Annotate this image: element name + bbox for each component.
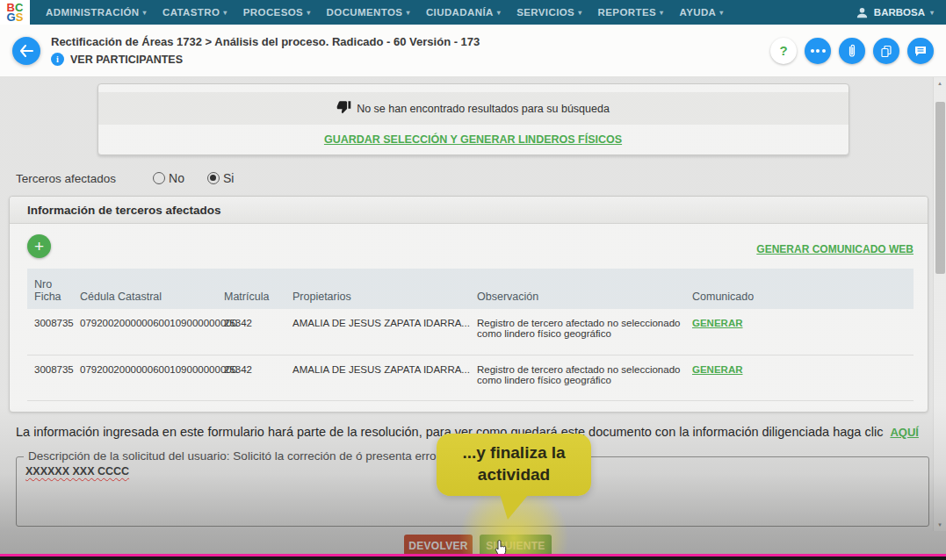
main-content: No se han encontrado resultados para su … bbox=[0, 77, 946, 560]
generar-comunicado-web-link[interactable]: GENERAR COMUNICADO WEB bbox=[756, 243, 914, 255]
more-options-button[interactable] bbox=[805, 38, 831, 64]
cell-observacion: Registro de tercero afectado no seleccio… bbox=[475, 355, 690, 400]
terceros-afectados-label: Terceros afectados bbox=[16, 172, 116, 185]
thumbs-down-icon bbox=[336, 99, 351, 114]
question-mark-icon: ? bbox=[779, 43, 787, 58]
help-button[interactable]: ? bbox=[770, 38, 797, 64]
cell-propietarios: AMALIA DE JESUS ZAPATA IDARRA... bbox=[291, 355, 475, 400]
radio-no[interactable]: No bbox=[153, 171, 184, 185]
comments-button[interactable] bbox=[907, 38, 934, 64]
radio-si[interactable]: Si bbox=[207, 171, 234, 185]
attachments-button[interactable] bbox=[839, 38, 865, 64]
table-header-row: Nro Ficha Cédula Catastral Matrícula Pro… bbox=[27, 269, 914, 309]
caret-down-icon: ▾ bbox=[719, 9, 723, 17]
scroll-down-arrow-icon[interactable]: ▾ bbox=[934, 519, 946, 531]
cell-observacion: Registro de tercero afectado no seleccio… bbox=[475, 309, 690, 355]
caret-down-icon: ▾ bbox=[578, 9, 581, 17]
caret-down-icon: ▾ bbox=[660, 9, 663, 17]
col-header-propietarios: Propietarios bbox=[291, 269, 475, 309]
nav-item-reportes[interactable]: REPORTES▾ bbox=[598, 7, 664, 18]
nav-item-procesos[interactable]: PROCESOS▾ bbox=[243, 7, 311, 18]
cell-matricula: 25342 bbox=[222, 309, 291, 355]
tutorial-tooltip: ...y finaliza la actividad bbox=[437, 434, 591, 496]
arrow-left-icon bbox=[19, 45, 33, 57]
plus-icon: + bbox=[34, 237, 44, 255]
caret-down-icon: ▾ bbox=[143, 9, 147, 17]
radio-circle-icon bbox=[153, 172, 165, 184]
caret-down-icon: ▾ bbox=[223, 9, 227, 17]
caret-down-icon: ▾ bbox=[406, 9, 409, 17]
ver-participantes-link[interactable]: VER PARTICIPANTES bbox=[70, 54, 183, 66]
paperclip-icon bbox=[845, 44, 859, 58]
logo-text: GS bbox=[7, 12, 24, 22]
vertical-scrollbar[interactable]: ▴ ▾ bbox=[933, 77, 946, 531]
guardar-seleccion-link[interactable]: GUARDAR SELECCIÓN Y GENERAR LINDEROS FÍS… bbox=[324, 133, 622, 146]
cell-matricula: 25342 bbox=[222, 355, 291, 400]
breadcrumb: Rectificación de Áreas 1732 > Análisis d… bbox=[51, 35, 480, 48]
nav-item-catastro[interactable]: CATASTRO▾ bbox=[162, 7, 227, 18]
nav-item-administracion[interactable]: ADMINISTRACIÓN▾ bbox=[46, 7, 147, 18]
ellipsis-icon bbox=[811, 49, 826, 53]
nav-item-documentos[interactable]: DOCUMENTOS▾ bbox=[327, 7, 410, 18]
col-header-observacion: Observación bbox=[475, 269, 690, 309]
app-window: BC GS ADMINISTRACIÓN▾ CATASTRO▾ PROCESOS… bbox=[0, 0, 946, 560]
scroll-up-arrow-icon[interactable]: ▴ bbox=[934, 77, 946, 90]
breadcrumb-block: Rectificación de Áreas 1732 > Análisis d… bbox=[51, 35, 480, 66]
speech-bubble-icon bbox=[914, 44, 928, 58]
caret-down-icon: ▾ bbox=[930, 9, 934, 17]
tooltip-tail bbox=[500, 494, 529, 520]
col-header-cedula: Cédula Catastral bbox=[78, 269, 222, 309]
documents-icon bbox=[879, 44, 893, 58]
generar-link[interactable]: GENERAR bbox=[692, 364, 743, 375]
user-name: BARBOSA bbox=[874, 7, 925, 18]
nav-item-servicios[interactable]: SERVICIOS▾ bbox=[516, 7, 581, 18]
table-row: 3008735 0792002000000600109000000000 253… bbox=[27, 355, 914, 400]
top-navbar: BC GS ADMINISTRACIÓN▾ CATASTRO▾ PROCESOS… bbox=[0, 0, 946, 25]
nav-item-ciudadania[interactable]: CIUDADANÍA▾ bbox=[426, 7, 501, 18]
table-row: 3008735 0792002000000600109000000000 253… bbox=[27, 309, 914, 355]
col-header-matricula: Matrícula bbox=[222, 269, 291, 309]
cell-nro-ficha: 3008735 bbox=[27, 309, 78, 355]
scrollbar-thumb[interactable] bbox=[935, 102, 945, 274]
add-tercero-button[interactable]: + bbox=[27, 234, 51, 258]
generar-link[interactable]: GENERAR bbox=[692, 318, 743, 328]
user-icon bbox=[856, 6, 869, 19]
radio-circle-icon bbox=[207, 172, 220, 184]
copy-documents-button[interactable] bbox=[873, 38, 899, 64]
user-menu[interactable]: BARBOSA ▾ bbox=[856, 6, 934, 19]
cell-cedula: 0792002000000600109000000000 bbox=[78, 355, 222, 400]
cell-nro-ficha: 3008735 bbox=[27, 355, 78, 400]
back-button[interactable] bbox=[12, 37, 40, 65]
search-results-panel: No se han encontrado resultados para su … bbox=[97, 83, 849, 155]
cell-cedula: 0792002000000600109000000000 bbox=[78, 309, 222, 355]
video-player-bar bbox=[0, 556, 946, 560]
terceros-afectados-field: Terceros afectados No Si bbox=[16, 171, 946, 185]
info-terceros-panel: Información de terceros afectados + GENE… bbox=[9, 196, 928, 413]
page-header: Rectificación de Áreas 1732 > Análisis d… bbox=[0, 25, 946, 77]
panel-title: Información de terceros afectados bbox=[10, 197, 928, 224]
col-header-comunicado: Comunicado bbox=[690, 269, 914, 309]
caret-down-icon: ▾ bbox=[497, 9, 501, 17]
col-header-nro-ficha: Nro Ficha bbox=[27, 269, 78, 309]
no-results-message: No se han encontrado resultados para su … bbox=[357, 103, 610, 115]
aqui-link[interactable]: AQUÍ bbox=[890, 426, 919, 439]
caret-down-icon: ▾ bbox=[307, 9, 310, 17]
info-icon[interactable]: i bbox=[51, 53, 64, 66]
nav-item-ayuda[interactable]: AYUDA▾ bbox=[679, 7, 723, 18]
cell-propietarios: AMALIA DE JESUS ZAPATA IDARRA... bbox=[291, 309, 475, 355]
bcgs-logo[interactable]: BC GS bbox=[0, 0, 30, 25]
header-actions: ? bbox=[770, 38, 934, 64]
terceros-table: Nro Ficha Cédula Catastral Matrícula Pro… bbox=[27, 269, 914, 401]
